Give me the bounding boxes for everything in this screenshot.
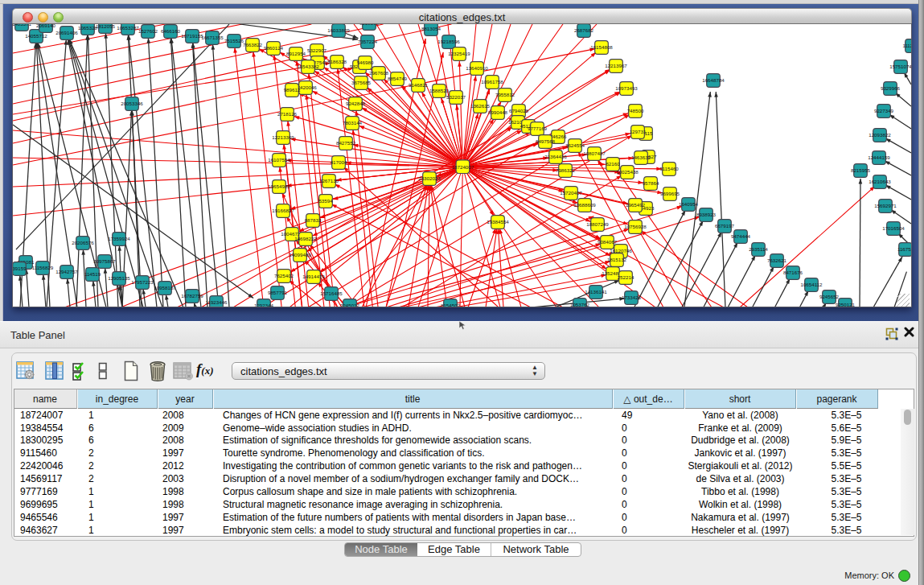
svg-text:1053762: 1053762: [570, 302, 590, 307]
svg-text:15751074: 15751074: [889, 64, 911, 69]
svg-text:1065328: 1065328: [78, 25, 98, 31]
svg-text:16033809: 16033809: [327, 27, 350, 33]
svg-text:10719155: 10719155: [181, 33, 203, 39]
svg-text:748500: 748500: [627, 108, 644, 113]
svg-text:5322907: 5322907: [307, 47, 327, 53]
svg-text:7625402: 7625402: [274, 273, 294, 278]
svg-text:10807487: 10807487: [583, 150, 606, 156]
svg-text:9777169: 9777169: [528, 126, 548, 131]
svg-text:13640910: 13640910: [466, 65, 488, 71]
svg-text:62160: 62160: [606, 161, 620, 167]
svg-text:9245012: 9245012: [340, 303, 360, 307]
svg-text:39159: 39159: [13, 266, 27, 271]
svg-text:19166827: 19166827: [272, 208, 294, 213]
svg-text:19218596: 19218596: [437, 39, 460, 44]
svg-text:8938923: 8938923: [696, 212, 717, 217]
svg-text:11156829: 11156829: [32, 265, 54, 270]
svg-text:20691406: 20691406: [55, 30, 78, 35]
svg-text:16648784: 16648784: [702, 77, 725, 83]
svg-text:1815132: 1815132: [607, 257, 627, 262]
svg-text:9115460: 9115460: [659, 166, 679, 171]
svg-text:6497568: 6497568: [536, 138, 556, 144]
svg-text:21364436: 21364436: [544, 154, 567, 159]
svg-text:10653287: 10653287: [117, 25, 139, 31]
svg-text:19384554: 19384554: [487, 219, 509, 225]
svg-text:15716485: 15716485: [320, 290, 343, 296]
svg-text:7955812: 7955812: [495, 92, 515, 97]
svg-text:957864: 957864: [643, 180, 659, 186]
svg-text:30975867: 30975867: [93, 258, 116, 264]
svg-text:12325419: 12325419: [448, 51, 470, 56]
svg-text:10958187: 10958187: [154, 285, 176, 290]
svg-text:1362615: 1362615: [470, 103, 491, 109]
svg-text:1527602: 1527602: [138, 28, 158, 34]
svg-text:8154502: 8154502: [441, 303, 461, 307]
svg-text:9227349: 9227349: [874, 108, 894, 113]
svg-text:10688609: 10688609: [573, 202, 596, 208]
svg-text:6679197: 6679197: [715, 223, 735, 229]
svg-text:989612: 989612: [284, 87, 301, 93]
svg-text:10756928: 10756928: [624, 224, 647, 229]
svg-text:8854749: 8854749: [388, 76, 408, 81]
svg-text:17016504: 17016504: [882, 225, 905, 231]
svg-text:18724007: 18724007: [452, 164, 474, 170]
svg-text:7986322: 7986322: [556, 167, 576, 173]
svg-text:3624554: 3624554: [565, 142, 585, 148]
svg-text:10973493: 10973493: [615, 85, 638, 91]
svg-text:17957223: 17957223: [131, 279, 154, 285]
svg-text:6466160: 6466160: [161, 28, 181, 34]
svg-text:14136141: 14136141: [585, 289, 607, 295]
svg-text:9860124: 9860124: [264, 45, 284, 51]
svg-text:2718126: 2718126: [277, 111, 298, 117]
svg-text:116753: 116753: [897, 246, 911, 252]
svg-text:16543382: 16543382: [297, 64, 319, 69]
svg-text:1292344: 1292344: [254, 303, 274, 307]
svg-text:14698222: 14698222: [294, 236, 317, 241]
svg-text:16782759: 16782759: [181, 293, 203, 299]
svg-text:252214: 252214: [618, 274, 634, 280]
svg-text:887833: 887833: [305, 217, 322, 223]
svg-text:7663822: 7663822: [243, 42, 263, 47]
svg-text:9329966: 9329966: [881, 85, 901, 91]
svg-text:10025438: 10025438: [616, 169, 639, 175]
svg-text:11923446: 11923446: [205, 299, 228, 305]
svg-text:7357224: 7357224: [358, 39, 378, 44]
svg-text:20206576: 20206576: [72, 240, 94, 245]
svg-text:1112303: 1112303: [902, 43, 911, 48]
svg-text:1405571: 1405571: [13, 24, 32, 27]
svg-text:19654985: 19654985: [268, 183, 290, 189]
svg-text:16107554: 16107554: [268, 157, 290, 163]
svg-text:2687682: 2687682: [574, 27, 594, 33]
svg-text:9245652: 9245652: [819, 294, 840, 299]
svg-text:2935114: 2935114: [749, 246, 768, 252]
svg-text:15692971: 15692971: [874, 203, 897, 208]
svg-text:1812055: 1812055: [96, 24, 116, 29]
svg-text:129731: 129731: [630, 129, 647, 134]
svg-text:1640954: 1640954: [679, 201, 699, 207]
svg-text:9250121: 9250121: [836, 302, 856, 307]
svg-text:14099489: 14099489: [289, 252, 311, 257]
svg-text:9084067: 9084067: [598, 239, 618, 245]
svg-text:7515526: 7515526: [224, 38, 244, 43]
svg-text:6794028: 6794028: [509, 108, 529, 113]
svg-text:18807249: 18807249: [586, 221, 609, 227]
svg-text:9242848: 9242848: [346, 101, 366, 106]
svg-text:9699695: 9699695: [660, 191, 680, 196]
svg-text:16671355: 16671355: [201, 35, 224, 40]
svg-text:2967608: 2967608: [369, 70, 389, 76]
svg-text:8215955: 8215955: [851, 167, 871, 173]
svg-text:114519: 114519: [84, 271, 101, 277]
svg-text:12905135: 12905135: [108, 275, 130, 281]
svg-text:8471676: 8471676: [783, 270, 803, 275]
svg-text:16154808: 16154808: [590, 44, 613, 50]
svg-text:8813054: 8813054: [421, 26, 441, 31]
svg-text:14055712: 14055712: [25, 33, 47, 39]
svg-text:10654112: 10654112: [800, 282, 823, 287]
svg-text:53594: 53594: [318, 198, 333, 204]
svg-text:8990448: 8990448: [488, 109, 508, 115]
svg-text:1965492: 1965492: [626, 202, 646, 208]
svg-text:12942757: 12942757: [55, 269, 78, 274]
svg-text:8912954: 8912954: [286, 51, 306, 56]
svg-text:20053346: 20053346: [121, 101, 143, 106]
svg-text:1588520: 1588520: [429, 88, 450, 93]
